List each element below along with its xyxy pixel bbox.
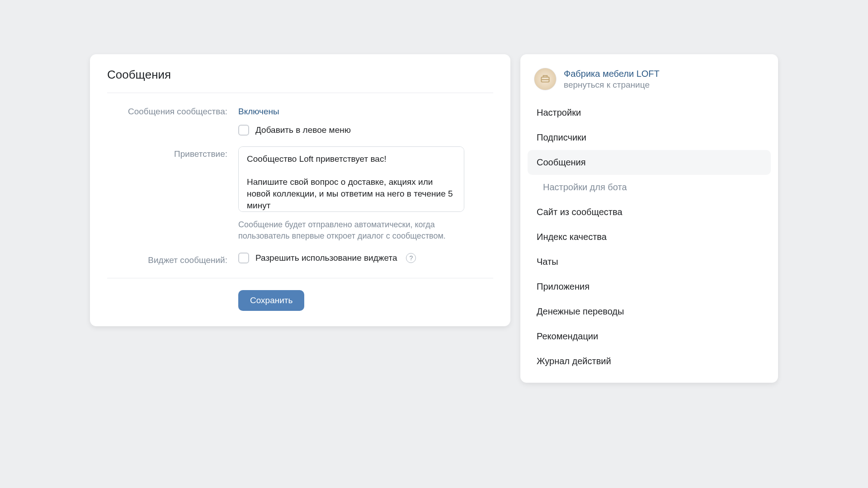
add-left-menu-checkbox[interactable]: [238, 125, 249, 136]
label-greeting: Приветствие:: [107, 146, 238, 242]
page-title: Сообщения: [107, 68, 493, 93]
row-widget: Виджет сообщений: Разрешить использовани…: [107, 242, 493, 265]
add-left-menu-label: Добавить в левое меню: [255, 125, 351, 135]
sidebar-item-8[interactable]: Денежные переводы: [528, 299, 771, 324]
greeting-textarea[interactable]: [238, 146, 464, 212]
help-icon[interactable]: ?: [406, 253, 416, 263]
furniture-icon: [539, 73, 551, 85]
sidebar-item-0[interactable]: Настройки: [528, 100, 771, 125]
sidebar-header: Фабрика мебели LOFT вернуться к странице: [525, 65, 774, 100]
back-to-page-link[interactable]: вернуться к странице: [564, 80, 660, 90]
sidebar-item-6[interactable]: Чаты: [528, 249, 771, 274]
sidebar-item-4[interactable]: Сайт из сообщества: [528, 200, 771, 225]
greeting-hint: Сообщение будет отправлено автоматически…: [238, 219, 464, 242]
save-button[interactable]: Сохранить: [238, 290, 304, 311]
sidebar-item-2[interactable]: Сообщения: [528, 150, 771, 175]
sidebar-panel: Фабрика мебели LOFT вернуться к странице…: [520, 54, 778, 383]
community-name-link[interactable]: Фабрика мебели LOFT: [564, 69, 660, 79]
row-community-messages: Сообщения сообщества: Включены: [107, 93, 493, 117]
sidebar-item-9[interactable]: Рекомендации: [528, 324, 771, 349]
sidebar-item-1[interactable]: Подписчики: [528, 125, 771, 150]
allow-widget-label: Разрешить использование виджета: [255, 253, 397, 263]
community-messages-status[interactable]: Включены: [238, 104, 279, 117]
allow-widget-checkbox[interactable]: [238, 253, 249, 263]
row-add-left-menu: Добавить в левое меню: [107, 117, 493, 136]
sidebar-item-7[interactable]: Приложения: [528, 274, 771, 299]
sidebar-item-10[interactable]: Журнал действий: [528, 349, 771, 374]
community-avatar[interactable]: [534, 68, 557, 90]
sidebar-nav: НастройкиПодписчикиСообщенияНастройки дл…: [525, 100, 774, 374]
sidebar-item-5[interactable]: Индекс качества: [528, 225, 771, 249]
label-community-messages: Сообщения сообщества:: [107, 104, 238, 117]
row-greeting: Приветствие: Сообщение будет отправлено …: [107, 136, 493, 242]
main-settings-panel: Сообщения Сообщения сообщества: Включены…: [90, 54, 510, 326]
sidebar-item-3[interactable]: Настройки для бота: [528, 175, 771, 200]
label-widget: Виджет сообщений:: [107, 253, 238, 265]
